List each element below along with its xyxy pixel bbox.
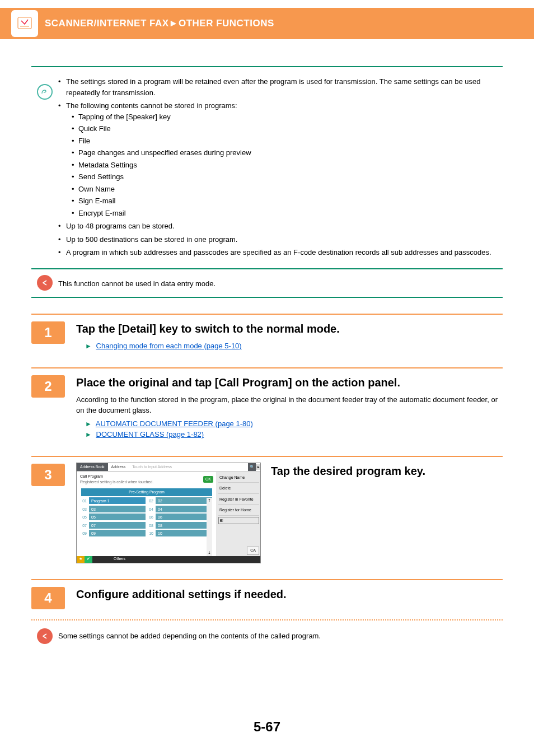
info-sub-item: Tapping of the [Speaker] key — [72, 111, 503, 123]
info-item: A program in which sub addresses and pas… — [58, 247, 503, 258]
link-adf[interactable]: AUTOMATIC DOCUMENT FEEDER (page 1-80) — [96, 419, 253, 428]
divider — [31, 66, 503, 67]
step-number: 2 — [31, 375, 65, 398]
page-number: 5-67 — [0, 717, 534, 737]
program-key[interactable]: 09 — [89, 530, 146, 536]
prohibit-icon — [37, 628, 53, 644]
step-2: 2 Place the original and tap [Call Progr… — [31, 367, 503, 440]
program-key[interactable]: 06 — [156, 514, 212, 520]
scanner-fax-icon — [11, 10, 38, 37]
step-title: Configure additional settings if needed. — [76, 586, 503, 603]
step-title: Tap the desired program key. — [271, 463, 503, 479]
ca-button[interactable]: CA — [247, 547, 259, 555]
divider — [31, 268, 503, 269]
scrollbar[interactable]: ⤒ ⤓ — [207, 498, 212, 556]
info-sub-item: File — [72, 136, 503, 147]
info-sub-list: Tapping of the [Speaker] key Quick File … — [66, 111, 503, 219]
address-input[interactable]: Touch to input Address — [129, 463, 175, 472]
program-key[interactable]: 02 — [156, 497, 212, 504]
step-3: 3 Address Book Address Touch to input Ad… — [31, 456, 503, 563]
svg-rect-0 — [18, 17, 31, 29]
scroll-down-icon[interactable]: ⤓ — [208, 550, 211, 556]
expand-icon[interactable]: ▸ — [256, 464, 260, 470]
info-item: The settings stored in a program will be… — [58, 76, 503, 98]
ok-button[interactable]: OK — [203, 476, 213, 483]
info-sub-item: Encrypt E-mail — [72, 208, 503, 219]
step-warning-text: Some settings cannot be added depending … — [58, 632, 321, 640]
prohibit-icon — [37, 275, 53, 291]
breadcrumb-right: OTHER FUNCTIONS — [179, 16, 274, 31]
tab-address[interactable]: Address — [108, 463, 129, 472]
program-key[interactable]: 07 — [89, 522, 146, 529]
step-1: 1 Tap the [Detail] key to switch to the … — [31, 314, 503, 352]
step-title: Place the original and tap [Call Program… — [76, 374, 503, 391]
breadcrumb-left: SCANNER/INTERNET FAX — [45, 16, 169, 31]
tab-address-book[interactable]: Address Book — [77, 463, 108, 472]
arrow-icon: ► — [85, 342, 92, 350]
dotted-divider — [31, 619, 503, 620]
arrow-icon: ► — [85, 420, 92, 428]
info-sub-item: Quick File — [72, 123, 503, 134]
step-desc: According to the function stored in the … — [76, 394, 503, 416]
registered-hint: Registered setting is called when touche… — [80, 479, 153, 486]
presetting-button[interactable]: Pre-Setting Program — [81, 488, 212, 497]
step-number: 1 — [31, 321, 65, 344]
action-register-home[interactable]: Register for Home — [218, 506, 259, 516]
favorite-icon[interactable]: ★ — [77, 556, 85, 563]
action-change-name[interactable]: Change Name — [218, 473, 259, 483]
info-item: Up to 500 destinations can be stored in … — [58, 234, 503, 245]
step-number: 3 — [31, 464, 65, 486]
program-key[interactable]: 04 — [156, 506, 212, 512]
action-delete[interactable]: Delete — [218, 484, 259, 494]
step-title: Tap the [Detail] key to switch to the no… — [76, 320, 503, 337]
program-key[interactable]: 05 — [89, 514, 146, 520]
touchpanel-mockup: Address Book Address Touch to input Addr… — [76, 463, 261, 563]
info-icon — [37, 84, 53, 100]
info-sub-item: Sign E-mail — [72, 195, 503, 207]
others-button[interactable]: Others — [114, 556, 125, 562]
divider — [31, 297, 503, 298]
info-item: The following contents cannot be stored … — [58, 100, 503, 218]
info-sub-item: Own Name — [72, 184, 503, 195]
info-sub-item: Metadata Settings — [72, 160, 503, 171]
step-4: 4 Configure additional settings if neede… — [31, 579, 503, 644]
preview-button[interactable]: ◧ — [218, 517, 259, 524]
program-key[interactable]: 03 — [89, 506, 146, 512]
restriction-text: This function cannot be used in data ent… — [58, 279, 216, 288]
info-item: Up to 48 programs can be stored. — [58, 221, 503, 232]
breadcrumb-sep: ► — [169, 16, 179, 31]
check-icon[interactable]: ✔ — [85, 556, 92, 563]
info-sub-item: Page changes and unspecified erases duri… — [72, 147, 503, 158]
breadcrumb-header: SCANNER/INTERNET FAX ► OTHER FUNCTIONS — [0, 8, 534, 39]
program-key[interactable]: Program 1 — [89, 497, 146, 504]
action-register-favorite[interactable]: Register in Favorite — [218, 495, 259, 505]
call-program-label: Call Program — [80, 474, 153, 480]
program-key[interactable]: 10 — [156, 530, 212, 536]
arrow-icon: ► — [85, 431, 92, 438]
link-changing-mode[interactable]: Changing mode from each mode (page 5-10) — [96, 342, 242, 350]
scroll-up-icon[interactable]: ⤒ — [208, 498, 211, 504]
info-sub-item: Send Settings — [72, 171, 503, 183]
search-icon[interactable]: 🔍 — [248, 463, 256, 471]
info-list: The settings stored in a program will be… — [58, 76, 503, 258]
step-number: 4 — [31, 587, 65, 609]
link-doc-glass[interactable]: DOCUMENT GLASS (page 1-82) — [96, 430, 204, 438]
program-key[interactable]: 08 — [156, 522, 212, 529]
